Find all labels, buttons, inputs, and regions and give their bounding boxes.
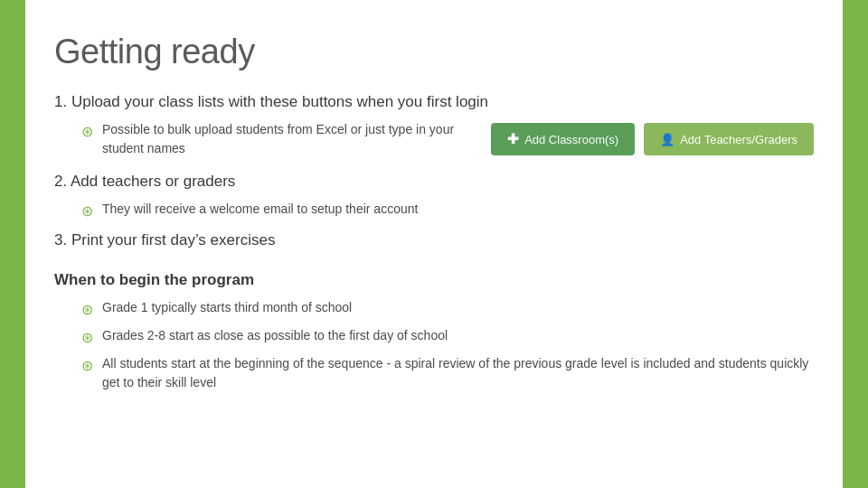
section-2-bullet: ⊛ They will receive a welcome email to s… [81, 200, 814, 222]
main-content: Getting ready 1. Upload your class lists… [36, 0, 832, 488]
section-2-heading: 2. Add teachers or graders [54, 173, 814, 191]
buttons-group: ✚ Add Classroom(s) 👤 Add Teachers/Grader… [491, 123, 814, 155]
section-3: 3. Print your first day’s exercises [54, 231, 814, 249]
when-bullet-2: ⊛ Grades 2-8 start as close as possible … [81, 326, 814, 349]
bullet-icon-2: ⊛ [81, 201, 93, 222]
left-accent-bar [0, 0, 25, 488]
bullet-icon-4: ⊛ [81, 327, 93, 349]
bullet-icon-5: ⊛ [81, 355, 93, 377]
section-3-heading: 3. Print your first day’s exercises [54, 231, 814, 249]
add-classroom-button[interactable]: ✚ Add Classroom(s) [491, 123, 635, 155]
section-2: 2. Add teachers or graders ⊛ They will r… [54, 173, 814, 222]
when-bullet-1-text: Grade 1 typically starts third month of … [102, 298, 352, 317]
when-bullet-3: ⊛ All students start at the beginning of… [81, 354, 814, 392]
add-teachers-button[interactable]: 👤 Add Teachers/Graders [644, 123, 814, 155]
when-bullet-3-text: All students start at the beginning of t… [102, 354, 814, 392]
add-classroom-label: Add Classroom(s) [524, 133, 618, 146]
right-accent-bar [843, 0, 868, 488]
bullet-icon-1: ⊛ [81, 121, 93, 143]
section-1-heading: 1. Upload your class lists with these bu… [54, 93, 814, 111]
plus-icon: ✚ [507, 131, 519, 147]
person-icon: 👤 [660, 133, 675, 146]
section-2-bullet-text: They will receive a welcome email to set… [102, 200, 418, 219]
when-bullet-2-text: Grades 2-8 start as close as possible to… [102, 326, 448, 345]
page-title: Getting ready [54, 33, 814, 71]
section-1-row: ⊛ Possible to bulk upload students from … [54, 120, 814, 158]
when-bullet-1: ⊛ Grade 1 typically starts third month o… [81, 298, 814, 321]
bullet-icon-3: ⊛ [81, 299, 93, 321]
section-1-bullet: ⊛ Possible to bulk upload students from … [81, 120, 455, 158]
add-teachers-label: Add Teachers/Graders [680, 133, 797, 146]
when-to-begin-section: When to begin the program ⊛ Grade 1 typi… [54, 271, 814, 392]
when-heading: When to begin the program [54, 271, 814, 289]
section-1: 1. Upload your class lists with these bu… [54, 93, 814, 158]
section-1-bullet-text: Possible to bulk upload students from Ex… [102, 120, 455, 158]
